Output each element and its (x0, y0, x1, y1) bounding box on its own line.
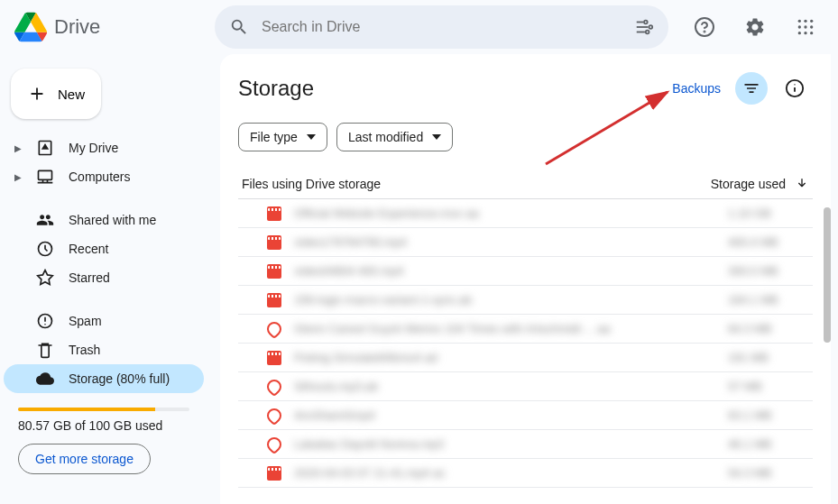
search-input[interactable] (262, 19, 622, 35)
file-name: Poking Simulate84bmo4 ad (294, 351, 715, 364)
file-row[interactable]: Silhouts.mp3.ab57 MB (238, 372, 813, 401)
file-list: Official Website Experience.mov aa1.10 G… (238, 199, 813, 488)
svg-point-12 (804, 25, 806, 28)
svg-rect-17 (39, 170, 52, 179)
file-size: 1.10 GB (728, 206, 809, 220)
file-row[interactable]: Official Website Experience.mov aa1.10 G… (238, 199, 813, 228)
svg-point-9 (804, 20, 806, 23)
sidebar: New ▶ My Drive ▶ Computers Shared with m… (0, 61, 215, 481)
sidebar-item-trash[interactable]: Trash (4, 335, 204, 364)
file-size: 54.3 MB (728, 466, 809, 480)
sidebar-item-label: Computers (69, 170, 130, 184)
svg-point-4 (649, 25, 653, 29)
new-button[interactable]: New (11, 69, 101, 119)
file-size: 400.4 MB (728, 235, 809, 249)
help-button[interactable] (686, 9, 723, 45)
sidebar-item-computers[interactable]: ▶ Computers (4, 162, 204, 191)
video-file-icon (267, 206, 281, 221)
file-name: 156-logic-macro-variant-1-sync.ab (294, 293, 715, 307)
file-row[interactable]: Glenn Carwol Guysh Merino 104 Times with… (238, 315, 813, 344)
svg-point-8 (798, 20, 801, 23)
col-storage-header[interactable]: Storage used (711, 177, 809, 191)
help-icon (694, 16, 715, 38)
file-row[interactable]: 4nvShareSmp463.1 MB (238, 401, 813, 430)
search-icon (229, 17, 249, 37)
sidebar-item-recent[interactable]: Recent (4, 234, 204, 263)
file-name: Lakaitas Dayvitt Noreva.mp3 (294, 437, 715, 451)
search-options-icon[interactable] (634, 17, 654, 37)
sidebar-item-label: My Drive (69, 141, 118, 155)
search-bar[interactable] (215, 5, 668, 49)
svg-point-7 (704, 32, 705, 32)
file-row[interactable]: 2020-04-03 07 21-41.mp4 ac54.3 MB (238, 459, 813, 488)
sidebar-item-storage[interactable]: Storage (80% full) (4, 364, 204, 393)
storage-usage-text: 80.57 GB of 100 GB used (18, 418, 204, 433)
filter-icon (742, 79, 760, 97)
file-size: 164.1 MB (728, 293, 809, 307)
backups-link[interactable]: Backups (672, 81, 721, 96)
chip-label: File type (250, 130, 298, 144)
video-file-icon (267, 351, 281, 365)
svg-point-14 (798, 32, 801, 34)
apps-button[interactable] (787, 9, 824, 45)
file-row[interactable]: Poking Simulate84bmo4 ad191 MB (238, 344, 813, 372)
info-icon (785, 78, 805, 98)
star-icon (36, 269, 54, 287)
scrollbar[interactable] (824, 207, 831, 343)
svg-point-11 (798, 25, 801, 28)
audio-file-icon (264, 376, 285, 397)
sidebar-item-starred[interactable]: Starred (4, 263, 204, 292)
file-size: 300.0 MB (728, 264, 809, 278)
trash-icon (36, 341, 54, 359)
sidebar-item-label: Spam (69, 314, 102, 328)
audio-file-icon (264, 434, 285, 454)
file-size: 63.1 MB (728, 408, 809, 422)
svg-point-13 (810, 25, 813, 28)
last-modified-chip[interactable]: Last modified (336, 123, 453, 151)
new-button-label: New (58, 87, 85, 102)
file-row[interactable]: Lakaitas Dayvitt Noreva.mp346.1 MB (238, 430, 813, 459)
audio-file-icon (264, 405, 285, 426)
sidebar-item-label: Recent (69, 242, 108, 256)
get-more-storage-button[interactable]: Get more storage (18, 444, 151, 474)
svg-point-5 (646, 31, 649, 34)
svg-point-15 (804, 32, 806, 34)
file-row[interactable]: video04804 400.mp4300.0 MB (238, 257, 813, 286)
file-size: 57 MB (728, 380, 809, 393)
sidebar-item-label: Shared with me (69, 213, 156, 227)
audio-file-icon (264, 318, 285, 339)
file-row[interactable]: video179764790.mp4400.4 MB (238, 228, 813, 257)
sidebar-item-mydrive[interactable]: ▶ My Drive (4, 133, 204, 162)
filter-button[interactable] (735, 72, 768, 105)
sidebar-item-label: Storage (80% full) (69, 371, 170, 386)
page-title: Storage (238, 76, 672, 101)
mydrive-icon (36, 139, 54, 157)
file-type-chip[interactable]: File type (238, 123, 327, 151)
video-file-icon (267, 466, 281, 481)
chip-label: Last modified (348, 130, 423, 144)
chevron-right-icon: ▶ (14, 172, 22, 182)
file-name: video179764790.mp4 (294, 235, 715, 249)
file-row[interactable]: 156-logic-macro-variant-1-sync.ab164.1 M… (238, 286, 813, 315)
info-button[interactable] (777, 70, 813, 106)
video-file-icon (267, 264, 281, 279)
settings-button[interactable] (737, 9, 773, 45)
col-storage-label: Storage used (711, 177, 786, 191)
drive-logo-area[interactable]: Drive (14, 11, 215, 43)
chevron-down-icon (307, 134, 316, 140)
file-name: 4nvShareSmp4 (294, 408, 715, 422)
sidebar-item-spam[interactable]: Spam (4, 307, 204, 335)
video-file-icon (267, 235, 281, 250)
sidebar-item-shared[interactable]: Shared with me (4, 206, 204, 234)
sidebar-item-label: Starred (69, 270, 110, 285)
svg-point-10 (810, 20, 813, 23)
storage-progress-bar (18, 408, 189, 411)
cloud-icon (36, 370, 54, 388)
col-files-label: Files using Drive storage (242, 177, 381, 191)
file-size: 64.3 MB (728, 322, 809, 335)
file-name: 2020-04-03 07 21-41.mp4 ac (294, 466, 715, 480)
arrow-down-icon (795, 177, 809, 191)
chevron-right-icon: ▶ (14, 143, 22, 153)
file-size: 191 MB (728, 351, 809, 364)
file-name: Silhouts.mp3.ab (294, 380, 715, 393)
